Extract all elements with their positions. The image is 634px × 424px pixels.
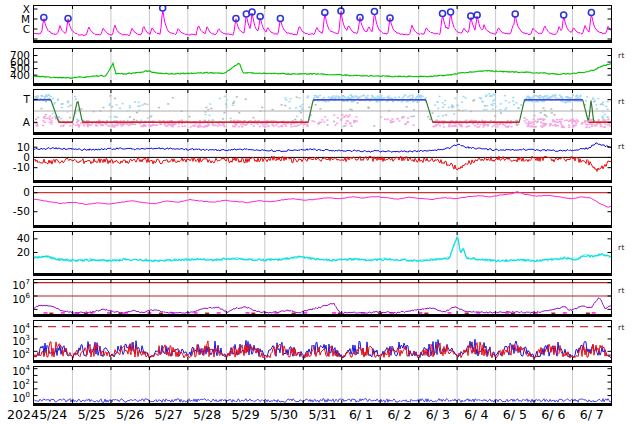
x-tick-label: 6/ 4 <box>454 407 498 422</box>
y-tick-label: -50 <box>0 205 30 217</box>
x-tick-label: 6/ 2 <box>377 407 421 422</box>
x-tick-label: 6/ 3 <box>416 407 460 422</box>
panel-proton-flux <box>33 279 612 317</box>
x-axis-year-label: 2024 <box>4 407 42 422</box>
y-tick-label: -10 <box>0 161 30 173</box>
x-tick-label: 6/ 6 <box>531 407 575 422</box>
panel-solar-wind-speed <box>33 48 612 86</box>
x-tick-label: 5/27 <box>147 407 191 422</box>
panel-xray-flux <box>33 5 612 43</box>
x-tick-label: 5/29 <box>224 407 268 422</box>
y-tick-label: 40 <box>0 232 30 244</box>
y-tick-label: 107 <box>0 276 30 291</box>
panel-low-energy-flux <box>33 366 612 406</box>
realtime-label: rt <box>618 142 625 151</box>
x-tick-label: 5/26 <box>108 407 152 422</box>
y-tick-label: 102 <box>0 345 30 360</box>
x-tick-label: 5/28 <box>185 407 229 422</box>
x-tick-label: 5/25 <box>70 407 114 422</box>
realtime-label: rt <box>618 286 625 295</box>
x-tick-label: 6/ 1 <box>339 407 383 422</box>
y-tick-label: 106 <box>0 290 30 305</box>
y-tick-label: 400 <box>0 69 30 81</box>
y-tick-label: 0 <box>0 186 30 198</box>
figure: XMC700600500400TA100-100-504020107106104… <box>0 0 634 424</box>
x-tick-label: 6/ 7 <box>570 407 614 422</box>
panel-dst-index <box>33 186 612 228</box>
x-tick-label: 6/ 5 <box>493 407 537 422</box>
y-tick-label: 102 <box>0 376 30 391</box>
y-tick-label: 20 <box>0 246 30 258</box>
realtime-label: rt <box>618 51 625 60</box>
y-tick-label: 100 <box>0 389 30 404</box>
x-tick-label: 5/31 <box>301 407 345 422</box>
realtime-label: rt <box>618 323 625 332</box>
panel-proton-density <box>33 231 612 276</box>
panel-electron-flux <box>33 320 612 363</box>
y-tick-label: T <box>0 93 30 105</box>
realtime-label: rt <box>618 243 625 252</box>
y-tick-label: 104 <box>0 362 30 377</box>
y-tick-label: C <box>0 23 30 35</box>
y-tick-label: A <box>0 116 30 128</box>
realtime-label: rt <box>618 97 625 106</box>
x-tick-label: 5/30 <box>262 407 306 422</box>
panel-imf-sector <box>33 89 612 135</box>
panel-imf-bz-bt <box>33 138 612 183</box>
